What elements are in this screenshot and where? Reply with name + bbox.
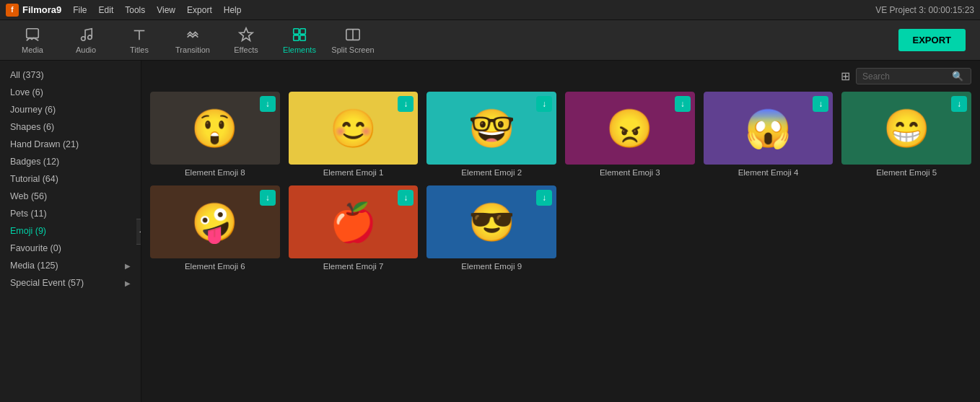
- svg-rect-7: [300, 28, 305, 33]
- sidebar-item-media[interactable]: Media (125) ▶: [0, 257, 141, 274]
- sidebar-item-shapes[interactable]: Shapes (6): [0, 118, 141, 136]
- element-card-5[interactable]: 😁 ↓ Element Emoji 5: [841, 92, 971, 177]
- sidebar-item-love[interactable]: Love (6): [0, 84, 141, 101]
- content-panel: ⊞ 🔍 😲 ↓ Element Emoji 8 😊 ↓: [141, 61, 980, 402]
- element-thumb-8: 😲 ↓: [150, 92, 280, 165]
- toolbar-titles-label: Titles: [130, 45, 149, 54]
- element-label-5: Element Emoji 5: [841, 168, 971, 177]
- element-thumb-6: 🤪 ↓: [150, 185, 280, 258]
- download-badge-5: ↓: [951, 96, 967, 112]
- download-badge-6: ↓: [260, 190, 276, 206]
- search-icon[interactable]: 🔍: [952, 71, 963, 82]
- toolbar-media[interactable]: Media: [7, 22, 58, 58]
- sidebar-item-all[interactable]: All (373): [0, 66, 141, 84]
- search-input[interactable]: [862, 71, 949, 82]
- svg-rect-8: [294, 35, 299, 40]
- download-badge-3: ↓: [675, 96, 691, 112]
- element-thumb-1: 😊 ↓: [289, 92, 419, 165]
- element-thumb-3: 😠 ↓: [565, 92, 695, 165]
- download-badge-4: ↓: [813, 96, 828, 112]
- toolbar-elements[interactable]: Elements: [274, 22, 325, 58]
- toolbar-elements-label: Elements: [283, 45, 316, 54]
- element-label-1: Element Emoji 1: [289, 168, 419, 177]
- export-button[interactable]: EXPORT: [898, 29, 966, 51]
- element-card-6[interactable]: 🤪 ↓ Element Emoji 6: [150, 185, 280, 271]
- element-label-4: Element Emoji 4: [704, 168, 834, 177]
- element-label-6: Element Emoji 6: [150, 262, 280, 271]
- menu-edit[interactable]: Edit: [99, 5, 114, 15]
- menu-file[interactable]: File: [73, 5, 87, 15]
- sidebar-item-journey[interactable]: Journey (6): [0, 101, 141, 118]
- toolbar-effects-label: Effects: [234, 45, 258, 54]
- element-label-7: Element Emoji 7: [289, 262, 419, 271]
- element-thumb-9: 😎 ↓: [426, 185, 556, 258]
- svg-marker-5: [240, 27, 253, 40]
- download-badge-9: ↓: [536, 190, 552, 206]
- element-card-9[interactable]: 😎 ↓ Element Emoji 9: [426, 185, 556, 271]
- arrow-icon: ▶: [125, 262, 131, 270]
- grid-view-icon[interactable]: ⊞: [841, 69, 850, 83]
- elements-grid: 😲 ↓ Element Emoji 8 😊 ↓ Element Emoji 1 …: [150, 92, 971, 271]
- element-label-9: Element Emoji 9: [426, 262, 556, 271]
- sidebar-item-badges[interactable]: Badges (12): [0, 153, 141, 170]
- element-thumb-5: 😁 ↓: [841, 92, 971, 165]
- toolbar: Media Audio Titles Transition Effects: [0, 20, 980, 61]
- content-header: ⊞ 🔍: [150, 68, 971, 84]
- element-label-8: Element Emoji 8: [150, 168, 280, 177]
- element-thumb-2: 🤓 ↓: [426, 92, 556, 165]
- toolbar-splitscreen-label: Split Screen: [331, 45, 374, 54]
- sidebar-item-tutorial[interactable]: Tutorial (64): [0, 170, 141, 188]
- download-badge-1: ↓: [398, 96, 414, 112]
- toolbar-audio[interactable]: Audio: [61, 22, 111, 58]
- element-label-3: Element Emoji 3: [565, 168, 695, 177]
- menu-export[interactable]: Export: [187, 5, 212, 15]
- toolbar-media-label: Media: [22, 45, 43, 54]
- element-label-2: Element Emoji 2: [426, 168, 556, 177]
- download-badge-2: ↓: [536, 96, 552, 112]
- svg-rect-0: [27, 28, 39, 38]
- sidebar-item-favourite[interactable]: Favourite (0): [0, 240, 141, 257]
- element-card-8[interactable]: 😲 ↓ Element Emoji 8: [150, 92, 280, 177]
- toolbar-splitscreen[interactable]: Split Screen: [328, 22, 378, 58]
- sidebar-item-specialevent[interactable]: Special Event (57) ▶: [0, 274, 141, 292]
- app-name: Filmora9: [22, 4, 61, 15]
- app-logo: f Filmora9: [6, 4, 61, 17]
- sidebar: All (373) Love (6) Journey (6) Shapes (6…: [0, 61, 141, 402]
- element-card-2[interactable]: 🤓 ↓ Element Emoji 2: [426, 92, 556, 177]
- sidebar-collapse-button[interactable]: ◀: [136, 219, 141, 245]
- svg-rect-6: [294, 28, 299, 33]
- sidebar-item-web[interactable]: Web (56): [0, 188, 141, 205]
- sidebar-item-handdrawn[interactable]: Hand Drawn (21): [0, 136, 141, 153]
- toolbar-titles[interactable]: Titles: [114, 22, 165, 58]
- logo-icon: f: [6, 4, 19, 17]
- toolbar-transition-label: Transition: [175, 45, 210, 54]
- sidebar-item-emoji[interactable]: Emoji (9): [0, 222, 141, 240]
- arrow-icon: ▶: [125, 279, 131, 287]
- toolbar-audio-label: Audio: [76, 45, 96, 54]
- toolbar-transition[interactable]: Transition: [167, 22, 218, 58]
- element-card-3[interactable]: 😠 ↓ Element Emoji 3: [565, 92, 695, 177]
- toolbar-effects[interactable]: Effects: [221, 22, 271, 58]
- element-card-7[interactable]: 🍎 ↓ Element Emoji 7: [289, 185, 419, 271]
- main-content: All (373) Love (6) Journey (6) Shapes (6…: [0, 61, 980, 402]
- project-info: VE Project 3: 00:00:15:23: [875, 5, 974, 15]
- download-badge-7: ↓: [398, 190, 414, 206]
- menu-help[interactable]: Help: [224, 5, 242, 15]
- element-card-4[interactable]: 😱 ↓ Element Emoji 4: [704, 92, 834, 177]
- search-box: 🔍: [856, 68, 971, 84]
- element-thumb-4: 😱 ↓: [704, 92, 834, 165]
- menu-bar: f Filmora9 File Edit Tools View Export H…: [0, 0, 980, 20]
- menu-view[interactable]: View: [157, 5, 175, 15]
- sidebar-item-pets[interactable]: Pets (11): [0, 205, 141, 222]
- download-badge-8: ↓: [260, 96, 276, 112]
- element-card-1[interactable]: 😊 ↓ Element Emoji 1: [289, 92, 419, 177]
- svg-rect-9: [300, 35, 305, 40]
- element-thumb-7: 🍎 ↓: [289, 185, 419, 258]
- menu-tools[interactable]: Tools: [125, 5, 145, 15]
